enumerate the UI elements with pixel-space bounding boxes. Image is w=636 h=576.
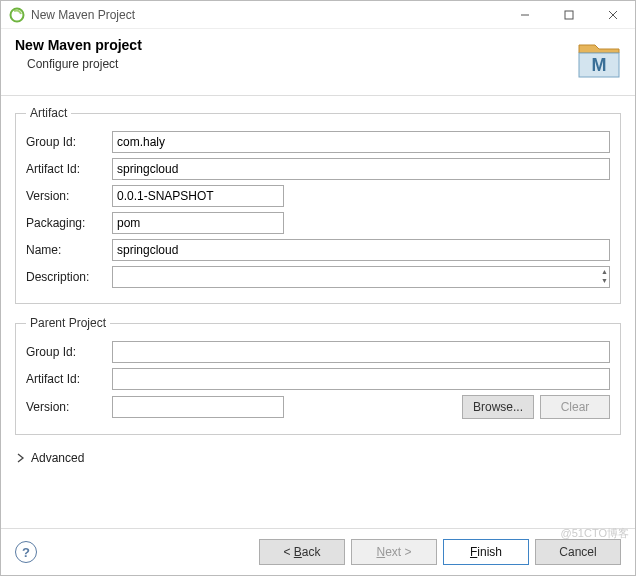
parent-legend: Parent Project	[26, 316, 110, 330]
finish-button[interactable]: Finish	[443, 539, 529, 565]
cancel-button[interactable]: Cancel	[535, 539, 621, 565]
back-button[interactable]: < Back	[259, 539, 345, 565]
advanced-expander[interactable]: Advanced	[15, 447, 621, 471]
group-id-field[interactable]: com.haly	[112, 131, 610, 153]
parent-group-id-label: Group Id:	[26, 345, 112, 359]
version-label: Version:	[26, 189, 112, 203]
parent-artifact-id-label: Artifact Id:	[26, 372, 112, 386]
watermark-text: @51CTO博客	[561, 526, 629, 541]
artifact-legend: Artifact	[26, 106, 71, 120]
minimize-button[interactable]	[503, 1, 547, 29]
group-id-label: Group Id:	[26, 135, 112, 149]
window-title: New Maven Project	[31, 8, 503, 22]
description-label: Description:	[26, 270, 112, 284]
advanced-label: Advanced	[31, 451, 84, 465]
name-field[interactable]: springcloud	[112, 239, 610, 261]
version-field[interactable]: 0.0.1-SNAPSHOT	[112, 185, 284, 207]
name-label: Name:	[26, 243, 112, 257]
clear-button[interactable]: Clear	[540, 395, 610, 419]
artifact-id-field[interactable]: springcloud	[112, 158, 610, 180]
parent-project-group: Parent Project Group Id: Artifact Id: Ve…	[15, 316, 621, 435]
description-field[interactable]	[112, 266, 610, 288]
titlebar: New Maven Project	[1, 1, 635, 29]
parent-artifact-id-field[interactable]	[112, 368, 610, 390]
svg-rect-2	[565, 11, 573, 19]
artifact-id-label: Artifact Id:	[26, 162, 112, 176]
artifact-group: Artifact Group Id: com.haly Artifact Id:…	[15, 106, 621, 304]
folder-m-icon: M	[577, 41, 621, 81]
svg-text:M: M	[592, 55, 607, 75]
help-button[interactable]: ?	[15, 541, 37, 563]
close-button[interactable]	[591, 1, 635, 29]
page-title: New Maven project	[15, 37, 577, 53]
packaging-field[interactable]: pom	[112, 212, 284, 234]
parent-group-id-field[interactable]	[112, 341, 610, 363]
packaging-label: Packaging:	[26, 216, 112, 230]
dialog-footer: ? < Back Next > Finish Cancel @51CTO博客	[1, 528, 635, 575]
page-subtitle: Configure project	[27, 57, 577, 71]
parent-version-field[interactable]	[112, 396, 284, 418]
browse-button[interactable]: Browse...	[462, 395, 534, 419]
maven-wizard-icon	[9, 7, 25, 23]
dialog-window: New Maven Project New Maven project Conf…	[0, 0, 636, 576]
dialog-header: New Maven project Configure project M	[1, 29, 635, 95]
description-stepper[interactable]: ▲▼	[601, 267, 608, 285]
chevron-right-icon	[17, 453, 25, 463]
parent-version-label: Version:	[26, 400, 112, 414]
maximize-button[interactable]	[547, 1, 591, 29]
dialog-body: Artifact Group Id: com.haly Artifact Id:…	[1, 95, 635, 528]
next-button[interactable]: Next >	[351, 539, 437, 565]
